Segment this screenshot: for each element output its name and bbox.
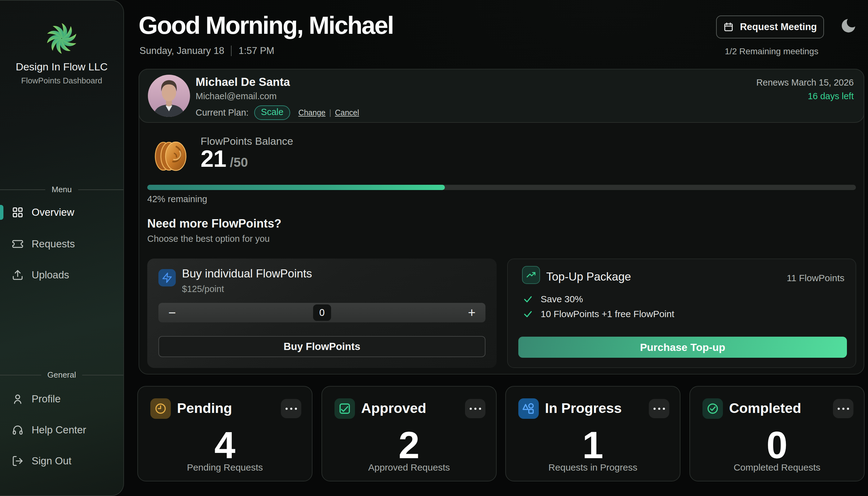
quantity-value[interactable]: 0 — [313, 305, 331, 321]
buy-individual-card: Buy individual FlowPoints $125/point − 0… — [147, 259, 497, 368]
balance-progress-fill — [147, 185, 445, 190]
sidebar-item-overview[interactable]: Overview — [0, 202, 123, 222]
stat-value: 0 — [690, 426, 864, 464]
bolt-icon — [161, 272, 173, 283]
user-icon — [12, 393, 24, 405]
sidebar-item-sign-out[interactable]: Sign Out — [0, 451, 123, 471]
sidebar-item-label: Overview — [32, 206, 74, 218]
clock-icon — [154, 402, 167, 415]
renewal-date: Renews March 15, 2026 — [756, 78, 854, 88]
account-overview-card: Michael De Santa Michael@email.com Curre… — [139, 69, 864, 374]
cancel-plan-link[interactable]: Cancel — [335, 108, 359, 117]
bolt-icon-badge — [158, 269, 176, 286]
stat-title: Completed — [729, 400, 801, 416]
ticket-icon — [12, 238, 24, 250]
days-left: 16 days left — [808, 91, 854, 102]
decrement-button[interactable]: − — [167, 306, 178, 319]
check-icon — [523, 294, 533, 305]
trending-up-icon — [526, 270, 536, 280]
current-plan-label: Current Plan: — [196, 108, 249, 118]
balance-value: 21 — [201, 145, 226, 172]
active-indicator — [0, 205, 3, 220]
product-name: FlowPoints Dashboard — [0, 76, 123, 86]
logout-icon — [12, 455, 24, 467]
clock-icon-badge — [150, 398, 171, 419]
sidebar-item-label: Uploads — [32, 269, 69, 281]
buy-flowpoints-button[interactable]: Buy FlowPoints — [158, 336, 485, 357]
general-section-label: General — [0, 370, 123, 380]
stat-value: 1 — [506, 426, 680, 464]
sidebar-item-help-center[interactable]: Help Center — [0, 420, 123, 440]
topup-feature: Save 30% — [523, 294, 583, 305]
user-name: Michael De Santa — [196, 76, 290, 89]
ellipsis-menu-button[interactable] — [833, 399, 853, 418]
increment-button[interactable]: + — [466, 306, 477, 319]
stat-card-pending: Pending 4 Pending Requests — [137, 386, 312, 481]
headphones-icon — [12, 424, 24, 436]
buy-individual-title: Buy individual FlowPoints — [182, 267, 312, 280]
sidebar-item-profile[interactable]: Profile — [0, 389, 123, 409]
company-name: Design In Flow LLC — [0, 61, 123, 73]
stat-caption: Requests in Progress — [506, 462, 680, 473]
need-more-subheading: Choose the best option for you — [147, 234, 270, 244]
check-square-icon-badge — [335, 398, 355, 419]
divider — [231, 46, 232, 56]
company-logo-icon — [44, 21, 79, 56]
quantity-stepper: − 0 + — [158, 303, 485, 322]
date-label: Sunday, January 18 — [140, 45, 224, 57]
stat-title: Pending — [177, 400, 232, 416]
sidebar-item-label: Profile — [32, 393, 61, 405]
page-title: Good Morning, Michael — [139, 11, 393, 40]
stat-card-approved: Approved 2 Approved Requests — [322, 386, 497, 481]
topup-feature: 10 FlowPoints +1 free FlowPoint — [523, 309, 674, 319]
ellipsis-menu-button[interactable] — [465, 399, 485, 418]
sidebar: Design In Flow LLC FlowPoints Dashboard … — [0, 0, 124, 496]
circle-check-icon-badge — [702, 398, 723, 419]
topup-points-label: 11 FlowPoints — [787, 273, 844, 283]
plan-badge: Scale — [254, 105, 291, 120]
price-per-point: $125/point — [182, 284, 224, 294]
sidebar-item-uploads[interactable]: Uploads — [0, 265, 123, 285]
check-square-icon — [338, 402, 351, 415]
balance-row: 21 /50 — [201, 145, 248, 172]
plan-row: Current Plan: Scale Change | Cancel — [196, 105, 359, 120]
stat-card-completed: Completed 0 Completed Requests — [689, 386, 865, 481]
link-separator: | — [329, 108, 331, 117]
user-email: Michael@email.com — [196, 91, 277, 102]
upload-icon — [12, 269, 24, 281]
purchase-topup-button[interactable]: Purchase Top-up — [518, 337, 847, 358]
stat-value: 2 — [322, 426, 496, 464]
remaining-meetings: 1/2 Remaining meetings — [725, 46, 818, 57]
stat-title: In Progress — [545, 400, 622, 416]
date-time: Sunday, January 18 1:57 PM — [140, 45, 274, 57]
sidebar-item-requests[interactable]: Requests — [0, 234, 123, 254]
coins-icon — [152, 138, 189, 175]
shapes-icon — [522, 402, 535, 415]
need-more-heading: Need more FlowPoints? — [147, 217, 281, 230]
stat-caption: Pending Requests — [138, 462, 312, 473]
request-meeting-button[interactable]: Request Meeting — [716, 16, 824, 38]
balance-total: /50 — [230, 155, 248, 170]
percent-remaining: 42% remaining — [147, 194, 207, 204]
stat-value: 4 — [138, 426, 312, 464]
topup-title: Top-Up Package — [546, 270, 631, 283]
sidebar-item-label: Help Center — [32, 424, 86, 436]
circle-check-icon — [706, 402, 719, 415]
stat-caption: Completed Requests — [690, 462, 864, 473]
topup-package-card: Top-Up Package 11 FlowPoints Save 30% 10… — [507, 259, 856, 368]
time-label: 1:57 PM — [238, 45, 274, 57]
avatar — [148, 75, 190, 117]
stat-card-in-progress: In Progress 1 Requests in Progress — [505, 386, 680, 481]
stat-caption: Approved Requests — [322, 462, 496, 473]
stat-title: Approved — [361, 400, 426, 416]
change-plan-link[interactable]: Change — [298, 108, 326, 117]
flowpoints-dashboard: Design In Flow LLC FlowPoints Dashboard … — [0, 0, 868, 496]
menu-section-label: Menu — [0, 185, 123, 195]
ellipsis-menu-button[interactable] — [649, 399, 669, 418]
profile-card: Michael De Santa Michael@email.com Curre… — [139, 69, 864, 123]
dark-mode-toggle[interactable] — [839, 17, 857, 35]
moon-icon — [839, 17, 857, 35]
grid-icon — [12, 206, 24, 218]
calendar-icon — [723, 22, 734, 32]
ellipsis-menu-button[interactable] — [281, 399, 301, 418]
